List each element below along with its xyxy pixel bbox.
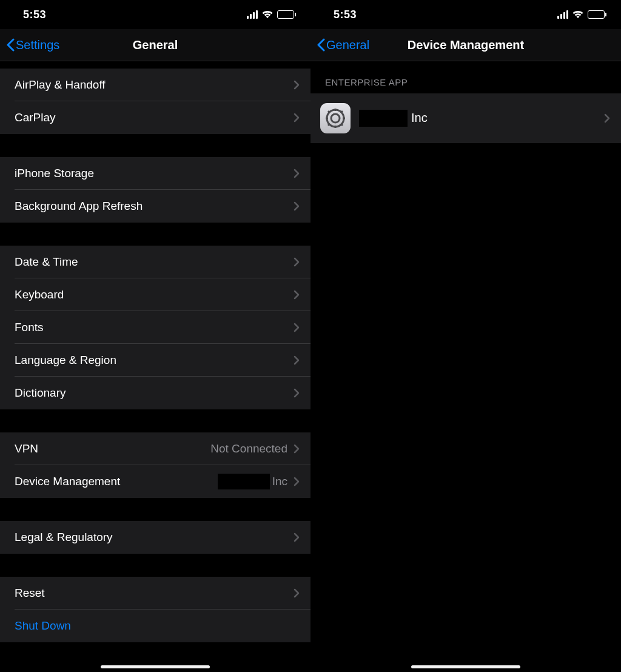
row-label: Legal & Regulatory: [15, 531, 294, 544]
wifi-icon: [261, 10, 274, 19]
chevron-right-icon: [294, 388, 300, 398]
status-bar: 5:53: [310, 0, 621, 29]
chevron-right-icon: [294, 201, 300, 211]
row-label: Fonts: [15, 321, 294, 334]
row-label: AirPlay & Handoff: [15, 78, 294, 92]
status-time: 5:53: [23, 8, 46, 21]
chevron-right-icon: [294, 257, 300, 267]
home-indicator[interactable]: [101, 665, 210, 668]
profile-label-suffix: Inc: [411, 111, 428, 125]
row-label: CarPlay: [15, 111, 294, 124]
svg-line-7: [341, 124, 343, 126]
row-device-management[interactable]: Device ManagementInc: [0, 465, 310, 498]
row-label: Reset: [15, 586, 294, 600]
row-value: Inc: [218, 474, 287, 489]
row-label: Dictionary: [15, 386, 294, 400]
back-button-general[interactable]: General: [317, 29, 369, 61]
row-label: Date & Time: [15, 255, 294, 269]
svg-line-8: [328, 124, 330, 126]
cellular-signal-icon: [247, 10, 258, 19]
row-enterprise-profile[interactable]: Inc: [310, 93, 621, 143]
screen-general: 5:53 Settings General AirPlay & HandoffC…: [0, 0, 310, 672]
row-vpn[interactable]: VPNNot Connected: [0, 432, 310, 465]
profile-label: Inc: [359, 110, 428, 127]
nav-bar: General Device Management: [310, 29, 621, 61]
status-icons: [557, 10, 606, 19]
row-label: Background App Refresh: [15, 200, 294, 213]
chevron-left-icon: [317, 38, 325, 52]
row-value: Not Connected: [210, 442, 287, 455]
row-iphone-storage[interactable]: iPhone Storage: [0, 157, 310, 190]
battery-icon: [277, 10, 296, 19]
back-button-settings[interactable]: Settings: [6, 29, 59, 61]
row-label: Device Management: [15, 475, 218, 488]
row-legal-regulatory[interactable]: Legal & Regulatory: [0, 521, 310, 554]
chevron-right-icon: [294, 533, 300, 542]
svg-line-9: [341, 111, 343, 113]
home-indicator[interactable]: [411, 665, 520, 668]
status-icons: [247, 10, 296, 19]
chevron-right-icon: [294, 80, 300, 90]
chevron-right-icon: [294, 355, 300, 365]
battery-icon: [588, 10, 606, 19]
chevron-right-icon: [294, 323, 300, 332]
chevron-right-icon: [294, 113, 300, 123]
row-reset[interactable]: Reset: [0, 577, 310, 610]
row-carplay[interactable]: CarPlay: [0, 101, 310, 134]
chevron-right-icon: [294, 588, 300, 598]
row-label: iPhone Storage: [15, 167, 294, 180]
chevron-right-icon: [604, 113, 610, 123]
row-fonts[interactable]: Fonts: [0, 311, 310, 344]
nav-bar: Settings General: [0, 29, 310, 61]
row-language-region[interactable]: Language & Region: [0, 344, 310, 377]
chevron-right-icon: [294, 477, 300, 486]
chevron-right-icon: [294, 169, 300, 178]
wifi-icon: [572, 10, 584, 19]
cellular-signal-icon: [557, 10, 568, 19]
row-shut-down[interactable]: Shut Down: [0, 610, 310, 642]
status-time: 5:53: [334, 8, 357, 21]
back-label: General: [326, 38, 369, 52]
page-title: Device Management: [408, 38, 524, 52]
row-label: Keyboard: [15, 288, 294, 301]
redacted-company-name: [359, 110, 408, 127]
status-bar: 5:53: [0, 0, 310, 29]
chevron-right-icon: [294, 290, 300, 300]
profile-gear-icon: [320, 103, 351, 133]
redacted-value: [218, 474, 270, 489]
row-label: VPN: [15, 442, 210, 455]
row-airplay-handoff[interactable]: AirPlay & Handoff: [0, 69, 310, 101]
page-title: General: [133, 38, 178, 52]
device-management-list: ENTERPRISE APP Inc: [310, 61, 621, 673]
back-label: Settings: [16, 38, 59, 52]
screen-device-management: 5:53 General Device Management ENTERPRIS…: [310, 0, 621, 672]
row-label: Language & Region: [15, 354, 294, 367]
row-label: Shut Down: [15, 619, 300, 633]
row-background-app-refresh[interactable]: Background App Refresh: [0, 190, 310, 223]
row-date-time[interactable]: Date & Time: [0, 246, 310, 278]
chevron-left-icon: [6, 38, 15, 52]
section-header-enterprise-app: ENTERPRISE APP: [310, 61, 621, 93]
chevron-right-icon: [294, 444, 300, 454]
row-keyboard[interactable]: Keyboard: [0, 278, 310, 311]
svg-point-1: [331, 114, 340, 123]
settings-list[interactable]: AirPlay & HandoffCarPlayiPhone StorageBa…: [0, 61, 310, 673]
row-dictionary[interactable]: Dictionary: [0, 377, 310, 409]
svg-line-6: [328, 111, 330, 113]
